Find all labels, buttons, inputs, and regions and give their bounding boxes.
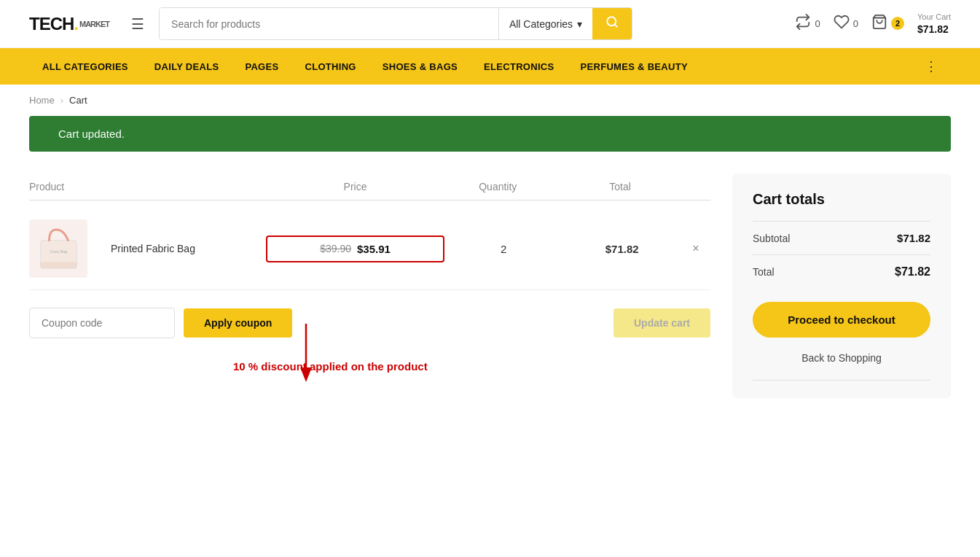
discount-note-area: 10 % discount applied on the product bbox=[29, 360, 710, 418]
col-header-product: Product bbox=[29, 181, 64, 192]
header: TECH. MARKET ☰ All Categories ▾ 0 bbox=[0, 0, 980, 48]
col-header-price: Price bbox=[274, 181, 437, 192]
back-to-shopping-button[interactable]: Back to Shopping bbox=[753, 343, 930, 373]
nav-item-all-categories[interactable]: ALL CATEGORIES bbox=[29, 51, 141, 82]
cart-updated-alert: Cart updated. bbox=[29, 116, 951, 152]
totals-divider bbox=[753, 380, 930, 381]
update-cart-button[interactable]: Update cart bbox=[614, 308, 710, 338]
nav-item-daily-deals[interactable]: DAILY DEALS bbox=[141, 51, 232, 82]
search-input[interactable] bbox=[160, 8, 498, 39]
product-thumbnail: Coco Bag bbox=[29, 219, 87, 278]
total-label: Total bbox=[753, 266, 775, 278]
nav-item-pages[interactable]: PAGES bbox=[232, 51, 291, 82]
product-name: Printed Fabric Bag bbox=[111, 243, 195, 254]
main-content: Product Price Quantity Total bbox=[0, 174, 980, 448]
row-total: $71.82 bbox=[562, 243, 681, 255]
total-value: $71.82 bbox=[895, 265, 930, 278]
price-original: $39.90 bbox=[320, 243, 351, 254]
price-box: $39.90 $35.91 bbox=[266, 235, 444, 262]
svg-rect-4 bbox=[40, 262, 77, 268]
cart-icon bbox=[871, 14, 887, 34]
remove-button[interactable]: × bbox=[681, 242, 710, 255]
cart-total-amount: $71.82 bbox=[917, 23, 949, 36]
cart-totals-title: Cart totals bbox=[753, 191, 930, 208]
hamburger-icon[interactable]: ☰ bbox=[131, 15, 144, 33]
compare-count: 0 bbox=[815, 18, 820, 29]
cart-table-header: Product Price Quantity Total bbox=[29, 174, 710, 200]
discount-arrow bbox=[262, 324, 350, 382]
nav-item-clothing[interactable]: CLOTHING bbox=[291, 51, 369, 82]
wishlist-count: 0 bbox=[853, 18, 858, 29]
cart-section: Product Price Quantity Total bbox=[29, 174, 710, 418]
col-header-quantity: Quantity bbox=[436, 181, 559, 192]
col-header-total: Total bbox=[559, 181, 681, 192]
nav-item-shoes-bags[interactable]: SHOES & BAGS bbox=[369, 51, 471, 82]
cart-row: Coco Bag Printed Fabric Bag $39.90 $35.9… bbox=[29, 208, 710, 290]
breadcrumb-current: Cart bbox=[69, 95, 87, 106]
svg-marker-7 bbox=[300, 367, 312, 382]
nav-more-icon[interactable]: ⋮ bbox=[912, 48, 951, 85]
your-cart-label: Your Cart bbox=[917, 12, 951, 22]
coupon-row: Apply coupon Update cart bbox=[29, 308, 710, 338]
svg-line-1 bbox=[615, 24, 617, 26]
total-row: Total $71.82 bbox=[753, 254, 930, 289]
wishlist-icon bbox=[834, 14, 850, 34]
compare-icon bbox=[795, 14, 811, 34]
svg-text:Coco Bag: Coco Bag bbox=[50, 249, 66, 254]
cart-totals: Cart totals Subtotal $71.82 Total $71.82… bbox=[732, 174, 951, 398]
nav-item-electronics[interactable]: ELECTRONICS bbox=[471, 51, 567, 82]
cart-icon-group[interactable]: 2 bbox=[871, 14, 904, 34]
logo-text: TECH. bbox=[29, 14, 78, 34]
subtotal-label: Subtotal bbox=[753, 233, 790, 244]
cart-info: Your Cart $71.82 bbox=[917, 12, 951, 35]
wishlist-icon-group[interactable]: 0 bbox=[834, 14, 858, 34]
coupon-input[interactable] bbox=[29, 308, 175, 338]
subtotal-row: Subtotal $71.82 bbox=[753, 221, 930, 254]
logo[interactable]: TECH. MARKET bbox=[29, 14, 109, 34]
search-button[interactable] bbox=[592, 8, 632, 39]
search-bar: All Categories ▾ bbox=[159, 7, 632, 40]
search-category-dropdown[interactable]: All Categories ▾ bbox=[498, 8, 592, 39]
subtotal-value: $71.82 bbox=[897, 232, 930, 244]
breadcrumb-home[interactable]: Home bbox=[29, 95, 55, 106]
header-icons: 0 0 2 Your Cart $71.82 bbox=[795, 12, 951, 35]
checkout-button[interactable]: Proceed to checkout bbox=[753, 302, 930, 338]
logo-market: MARKET bbox=[79, 20, 109, 28]
main-nav: ALL CATEGORIES DAILY DEALS PAGES CLOTHIN… bbox=[0, 48, 980, 85]
compare-icon-group[interactable]: 0 bbox=[795, 14, 820, 34]
breadcrumb-separator: › bbox=[60, 95, 63, 106]
nav-item-perfumes-beauty[interactable]: PERFUMES & BEAUTY bbox=[568, 51, 701, 82]
breadcrumb: Home › Cart bbox=[0, 85, 980, 116]
cart-count-badge: 2 bbox=[891, 17, 904, 30]
price-sale: $35.91 bbox=[357, 243, 391, 255]
qty-box: 2 bbox=[444, 243, 563, 255]
